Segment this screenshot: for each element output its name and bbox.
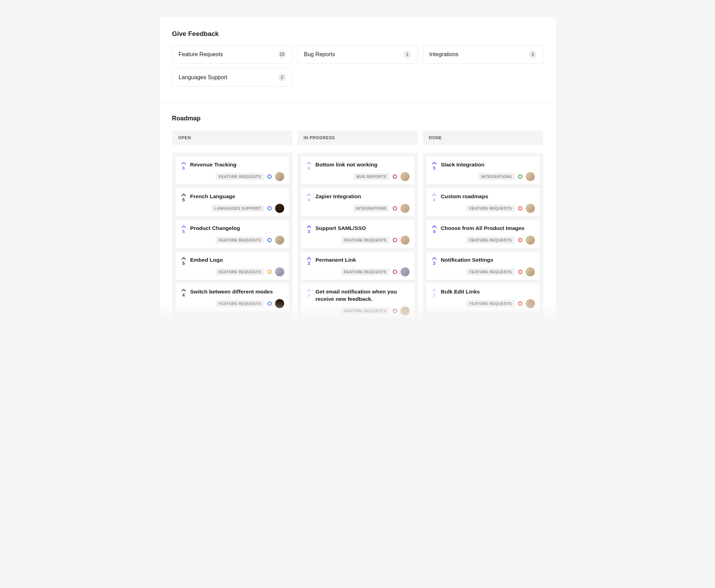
upvote-button[interactable]: 3 <box>306 288 312 315</box>
chevron-up-icon <box>181 256 186 260</box>
chevron-up-icon <box>432 225 437 228</box>
category-count-badge: 1 <box>404 51 411 58</box>
card-title: Permanent Link <box>316 256 410 264</box>
upvote-button[interactable]: 4 <box>431 193 437 213</box>
author-avatar <box>526 267 535 276</box>
upvote-button[interactable]: 4 <box>431 225 437 245</box>
category-tag: FEATURE REQUESTS <box>466 300 514 307</box>
vote-count: 6 <box>182 165 185 171</box>
upvote-button[interactable]: 5 <box>180 193 187 213</box>
roadmap-card[interactable]: 3Support SAML/SSOFEATURE REQUESTS <box>301 220 414 248</box>
vote-count: 4 <box>182 292 185 298</box>
vote-count: 4 <box>308 165 310 171</box>
status-dot-icon <box>393 174 397 179</box>
category-tag: FEATURE REQUESTS <box>341 268 389 275</box>
chevron-up-icon <box>307 193 311 196</box>
section-divider <box>160 102 556 102</box>
roadmap-card[interactable]: 5Product ChangelogFEATURE REQUESTS <box>176 220 289 248</box>
category-tag: FEATURE REQUESTS <box>341 237 389 244</box>
category-tag: INTEGRATIONS <box>478 173 514 180</box>
card-title: Bulk Edit Links <box>441 288 535 296</box>
category-grid: Feature Requests23Bug Reports1Integratio… <box>172 45 543 87</box>
author-avatar <box>275 204 284 213</box>
chevron-up-icon <box>181 161 186 165</box>
vote-count: 2 <box>433 292 435 298</box>
vote-count: 3 <box>308 292 310 298</box>
roadmap-card[interactable]: 4Choose from All Product ImagesFEATURE R… <box>426 220 540 248</box>
card-title: Switch between different modes <box>190 288 284 296</box>
vote-count: 4 <box>433 197 435 202</box>
upvote-button[interactable]: 5 <box>431 161 437 181</box>
roadmap-card[interactable]: 5French LanguageLANGUAGES SUPPORT <box>176 188 289 216</box>
upvote-button[interactable]: 4 <box>306 193 312 213</box>
status-dot-icon <box>267 206 272 210</box>
category-tag: FEATURE REQUESTS <box>466 205 514 212</box>
card-list: 4Bottom link not workingBUG REPORTS4Zapi… <box>297 153 418 322</box>
card-title: Support SAML/SSO <box>316 225 410 232</box>
upvote-button[interactable]: 5 <box>180 256 187 276</box>
roadmap-card[interactable]: 4Zapier IntegrationINTEGRATIONS <box>301 188 414 216</box>
roadmap-card[interactable]: 5Embed LogoFEATURE REQUESTS <box>176 252 289 280</box>
roadmap-card[interactable]: 4Custom roadmapsFEATURE REQUESTS <box>426 188 540 216</box>
upvote-button[interactable]: 2 <box>431 288 437 308</box>
roadmap-section-title: Roadmap <box>172 115 543 122</box>
category-tag: FEATURE REQUESTS <box>216 268 264 275</box>
vote-count: 3 <box>308 261 310 266</box>
category-card[interactable]: Integrations3 <box>423 45 543 64</box>
upvote-button[interactable]: 4 <box>306 161 312 181</box>
roadmap-card[interactable]: 3Permanent LinkFEATURE REQUESTS <box>301 252 414 280</box>
category-tag: FEATURE REQUESTS <box>466 268 514 275</box>
card-list: 6Revenue TrackingFEATURE REQUESTS5French… <box>172 153 293 322</box>
card-title: Zapier Integration <box>316 193 410 200</box>
author-avatar <box>275 299 284 308</box>
vote-count: 5 <box>182 261 185 266</box>
card-list: 5Slack IntegrationINTEGRATIONS4Custom ro… <box>423 153 543 322</box>
category-tag: LANGUAGES SUPPORT <box>212 205 264 212</box>
upvote-button[interactable]: 4 <box>180 288 187 308</box>
feedback-section-title: Give Feedback <box>172 30 543 38</box>
author-avatar <box>526 204 535 213</box>
roadmap-card[interactable]: 3Get email notification when you receive… <box>301 283 414 319</box>
roadmap-card[interactable]: 4Bottom link not workingBUG REPORTS <box>301 156 414 185</box>
category-card[interactable]: Feature Requests23 <box>172 45 293 64</box>
roadmap-card[interactable]: 3Notification SettingsFEATURE REQUESTS <box>426 252 540 280</box>
column-header: OPEN <box>172 131 293 145</box>
author-avatar <box>400 306 410 315</box>
chevron-up-icon <box>181 225 186 228</box>
upvote-button[interactable]: 6 <box>180 161 187 181</box>
category-count-badge: 23 <box>278 51 286 58</box>
vote-count: 5 <box>182 197 185 202</box>
category-label: Integrations <box>429 51 459 58</box>
status-dot-icon <box>518 206 522 210</box>
author-avatar <box>526 299 535 308</box>
chevron-up-icon <box>181 288 186 292</box>
status-dot-icon <box>393 206 397 210</box>
upvote-button[interactable]: 3 <box>431 256 437 276</box>
chevron-up-icon <box>432 288 437 292</box>
roadmap-card[interactable]: 5Slack IntegrationINTEGRATIONS <box>426 156 540 185</box>
vote-count: 5 <box>182 229 185 234</box>
chevron-up-icon <box>307 161 311 165</box>
roadmap-board-columns: 6Revenue TrackingFEATURE REQUESTS5French… <box>172 153 543 322</box>
chevron-up-icon <box>307 225 311 228</box>
roadmap-card[interactable]: 6Revenue TrackingFEATURE REQUESTS <box>176 156 289 185</box>
roadmap-card[interactable]: 2Bulk Edit LinksFEATURE REQUESTS <box>426 283 540 312</box>
author-avatar <box>275 267 284 276</box>
category-card[interactable]: Bug Reports1 <box>297 45 418 64</box>
chevron-up-icon <box>307 256 311 260</box>
vote-count: 3 <box>308 229 310 234</box>
category-label: Languages Support <box>179 74 228 81</box>
upvote-button[interactable]: 3 <box>306 256 312 276</box>
card-title: Notification Settings <box>441 256 535 264</box>
author-avatar <box>275 236 284 245</box>
status-dot-icon <box>267 238 272 242</box>
card-title: Slack Integration <box>441 161 535 169</box>
category-card[interactable]: Languages Support2 <box>172 68 293 87</box>
card-title: Get email notification when you receive … <box>316 288 410 303</box>
upvote-button[interactable]: 5 <box>180 225 187 245</box>
chevron-up-icon <box>181 193 186 196</box>
upvote-button[interactable]: 3 <box>306 225 312 245</box>
status-dot-icon <box>267 302 272 306</box>
category-count-badge: 3 <box>529 51 537 58</box>
roadmap-card[interactable]: 4Switch between different modesFEATURE R… <box>176 283 289 312</box>
